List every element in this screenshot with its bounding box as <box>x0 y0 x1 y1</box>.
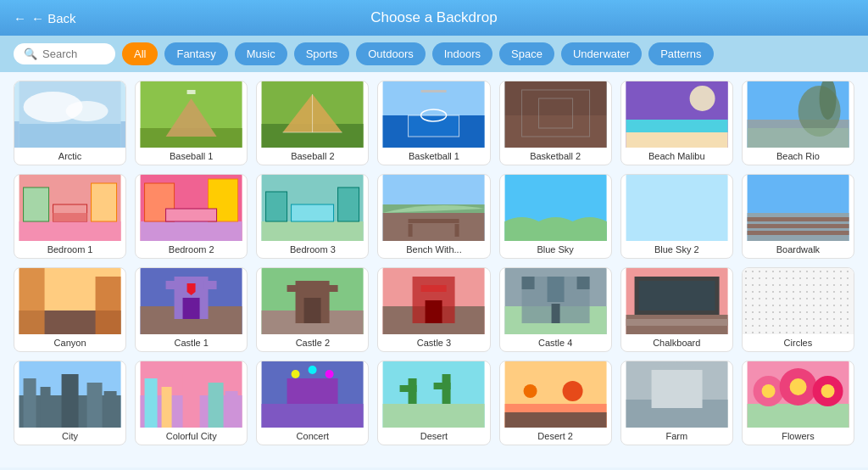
backdrop-bedroom1[interactable]: Bedroom 1 <box>14 174 126 259</box>
svg-rect-67 <box>96 277 121 334</box>
backdrop-label-boardwalk: Boardwalk <box>743 241 854 258</box>
page-title: Choose a Backdrop <box>370 9 497 26</box>
filter-indoors[interactable]: Indoors <box>432 42 492 65</box>
backdrop-desert[interactable]: Desert <box>377 361 490 445</box>
backdrop-label-castle2: Castle 2 <box>257 334 368 351</box>
backdrop-baseball2[interactable]: Baseball 2 <box>256 81 369 165</box>
thumb-baseball2 <box>257 81 368 148</box>
filter-outdoors[interactable]: Outdoors <box>356 42 425 65</box>
svg-rect-1 <box>19 124 121 148</box>
svg-rect-84 <box>426 300 442 323</box>
backdrop-castle1[interactable]: Castle 1 <box>135 267 248 352</box>
search-input[interactable] <box>42 48 102 60</box>
svg-rect-113 <box>287 378 338 404</box>
svg-point-116 <box>326 370 334 378</box>
svg-rect-95 <box>638 281 715 311</box>
backdrop-label-beachrio: Beach Rio <box>743 148 854 165</box>
svg-rect-118 <box>383 404 485 428</box>
filter-all[interactable]: All <box>122 42 158 65</box>
backdrop-label-castle1: Castle 1 <box>136 334 247 351</box>
filter-music[interactable]: Music <box>235 42 287 65</box>
svg-rect-127 <box>504 412 606 428</box>
backdrop-city[interactable]: City <box>14 361 126 445</box>
svg-point-138 <box>789 378 806 395</box>
backdrop-label-baseball2: Baseball 2 <box>257 148 368 165</box>
backdrop-castle3[interactable]: Castle 3 <box>377 267 490 352</box>
backdrop-label-castle4: Castle 4 <box>500 334 611 351</box>
svg-rect-50 <box>383 213 485 241</box>
svg-rect-61 <box>747 224 849 228</box>
svg-rect-77 <box>287 285 298 292</box>
backdrop-label-flowers: Flowers <box>743 428 854 445</box>
svg-rect-122 <box>434 383 451 389</box>
filter-sports[interactable]: Sports <box>294 42 350 65</box>
thumb-baseball1 <box>136 81 247 148</box>
backdrop-baseball1[interactable]: Baseball 1 <box>135 81 248 165</box>
back-arrow-icon: ← <box>14 11 26 25</box>
backdrop-desert2[interactable]: Desert 2 <box>499 361 612 445</box>
backdrop-label-basketball1: Basketball 1 <box>378 148 489 165</box>
backdrop-bluesky2[interactable]: Blue Sky 2 <box>620 174 733 259</box>
svg-rect-83 <box>421 285 447 292</box>
backdrop-arctic[interactable]: Arctic <box>14 81 126 165</box>
backdrop-basketball1[interactable]: Basketball 1 <box>377 81 490 165</box>
filter-bar: 🔍 All Fantasy Music Sports Outdoors Indo… <box>0 36 868 72</box>
backdrop-label-basketball2: Basketball 2 <box>500 148 611 165</box>
thumb-concert <box>257 361 368 428</box>
svg-rect-79 <box>304 298 321 323</box>
backdrop-circles[interactable]: Circles <box>742 267 854 352</box>
svg-point-115 <box>309 366 317 374</box>
filter-space[interactable]: Space <box>499 42 554 65</box>
backdrop-bedroom2[interactable]: Bedroom 2 <box>135 174 248 259</box>
thumb-farm <box>621 361 732 428</box>
backdrop-bluesky[interactable]: Blue Sky <box>499 174 612 259</box>
backdrop-castle4[interactable]: Castle 4 <box>499 267 612 352</box>
dot-pattern <box>743 268 854 334</box>
svg-rect-101 <box>62 374 79 428</box>
backdrop-basketball2[interactable]: Basketball 2 <box>499 81 612 165</box>
svg-rect-38 <box>53 213 87 221</box>
svg-rect-96 <box>626 319 727 326</box>
thumb-castle3 <box>378 268 489 334</box>
thumb-bluesky <box>500 175 611 241</box>
svg-rect-35 <box>24 187 49 221</box>
svg-point-27 <box>689 86 715 111</box>
search-box[interactable]: 🔍 <box>14 43 115 64</box>
svg-rect-73 <box>183 298 200 319</box>
backdrop-label-colorfulcity: Colorful City <box>136 428 247 445</box>
svg-rect-89 <box>521 277 534 289</box>
svg-rect-7 <box>187 90 196 94</box>
backdrop-label-chalkboard: Chalkboard <box>621 334 732 351</box>
content-area: Arctic Baseball 1 <box>0 72 868 467</box>
svg-point-139 <box>821 384 834 398</box>
backdrop-grid: Arctic Baseball 1 <box>14 81 854 445</box>
filter-patterns[interactable]: Patterns <box>648 42 713 65</box>
backdrop-bench[interactable]: Bench With... <box>377 174 490 259</box>
backdrop-label-canyon: Canyon <box>14 334 125 351</box>
backdrop-chalkboard[interactable]: Chalkboard <box>620 267 733 352</box>
backdrop-farm[interactable]: Farm <box>620 361 733 445</box>
filter-fantasy[interactable]: Fantasy <box>164 42 227 65</box>
backdrop-bedroom3[interactable]: Bedroom 3 <box>256 174 369 259</box>
svg-rect-47 <box>338 187 359 221</box>
svg-rect-40 <box>141 221 242 241</box>
backdrop-label-baseball1: Baseball 1 <box>136 148 247 165</box>
backdrop-castle2[interactable]: Castle 2 <box>256 267 369 352</box>
backdrop-boardwalk[interactable]: Boardwalk <box>742 174 854 259</box>
svg-rect-45 <box>262 221 364 241</box>
back-button[interactable]: ← ← Back <box>14 11 76 25</box>
backdrop-concert[interactable]: Concert <box>256 361 369 445</box>
search-icon: 🔍 <box>24 48 37 60</box>
backdrop-beachmalibu[interactable]: Beach Malibu <box>620 81 733 165</box>
backdrop-flowers[interactable]: Flowers <box>742 361 854 445</box>
filter-underwater[interactable]: Underwater <box>561 42 642 65</box>
svg-rect-34 <box>19 221 121 241</box>
backdrop-canyon[interactable]: Canyon <box>14 267 126 352</box>
thumb-colorfulcity <box>136 361 247 428</box>
backdrop-beachrio[interactable]: Beach Rio <box>742 81 854 165</box>
thumb-arctic <box>14 81 125 148</box>
svg-rect-91 <box>551 304 559 323</box>
thumb-canyon <box>14 268 125 334</box>
backdrop-colorfulcity[interactable]: Colorful City <box>135 361 248 445</box>
svg-rect-53 <box>409 224 413 237</box>
